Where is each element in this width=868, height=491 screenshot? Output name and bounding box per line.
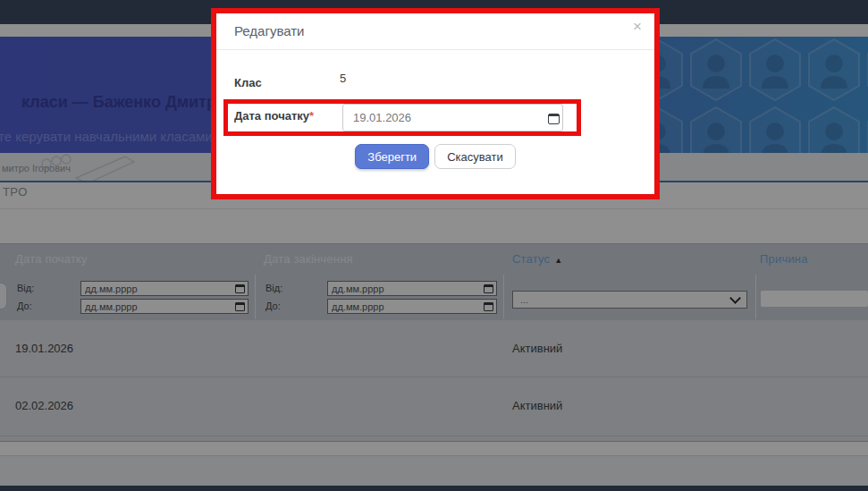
- modal-title: Редагувати: [234, 23, 305, 38]
- edit-modal: Редагувати × Клас 5 Дата початку* Зберег…: [216, 13, 654, 194]
- start-date-label: Дата початку*: [234, 109, 314, 123]
- save-button[interactable]: Зберегти: [355, 144, 429, 169]
- class-value: 5: [340, 72, 346, 85]
- start-date-input[interactable]: [342, 104, 563, 131]
- class-label: Клас: [234, 76, 262, 89]
- app-window: класи — Баженко Дмитро Ігоров те керуват…: [0, 0, 868, 491]
- close-icon[interactable]: ×: [633, 19, 642, 34]
- required-asterisk: *: [309, 109, 314, 123]
- annotation-box-modal: Редагувати × Клас 5 Дата початку* Зберег…: [211, 8, 660, 199]
- modal-button-row: Зберегти Скасувати: [216, 144, 654, 169]
- cancel-button[interactable]: Скасувати: [434, 144, 516, 169]
- modal-header-divider: [216, 49, 654, 50]
- calendar-icon[interactable]: [548, 114, 560, 124]
